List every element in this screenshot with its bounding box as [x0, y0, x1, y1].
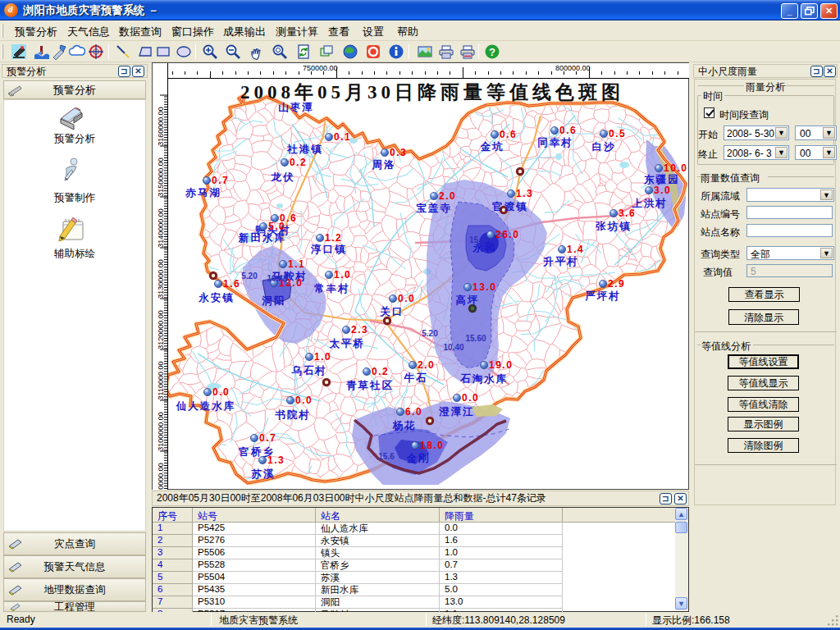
- svg-text:18.0: 18.0: [420, 440, 444, 451]
- svg-text:5.20: 5.20: [241, 272, 258, 281]
- svg-text:3160000.00: 3160000.00: [157, 107, 165, 146]
- svg-text:0.0: 0.0: [212, 386, 230, 398]
- svg-text:白沙: 白沙: [592, 141, 616, 153]
- svg-text:0.2: 0.2: [290, 157, 307, 168]
- svg-text:淳口镇: 淳口镇: [310, 244, 347, 255]
- svg-text:东疆园: 东疆园: [643, 174, 680, 185]
- svg-text:3110000.00: 3110000.00: [157, 362, 165, 400]
- svg-text:官渡镇: 官渡镇: [491, 201, 528, 212]
- svg-text:金坑: 金坑: [480, 141, 504, 153]
- svg-text:0.2: 0.2: [372, 366, 389, 377]
- svg-text:3150000.00: 3150000.00: [157, 158, 165, 197]
- svg-text:0.6: 0.6: [559, 125, 577, 136]
- svg-text:26.0: 26.0: [495, 229, 519, 240]
- svg-text:0.7: 0.7: [212, 175, 229, 186]
- svg-text:1.0: 1.0: [334, 269, 351, 281]
- svg-text:0.6: 0.6: [500, 129, 517, 140]
- svg-text:同幸村: 同幸村: [537, 137, 573, 148]
- svg-text:3100000.00: 3100000.00: [157, 412, 165, 451]
- svg-text:0.3: 0.3: [390, 147, 407, 158]
- svg-text:19.0: 19.0: [489, 359, 513, 371]
- svg-text:宝盖寺: 宝盖寺: [416, 202, 452, 214]
- svg-text:赤马湖: 赤马湖: [185, 187, 221, 199]
- svg-text:2.0: 2.0: [439, 190, 456, 202]
- svg-text:仙人造水库: 仙人造水库: [176, 400, 236, 412]
- svg-text:1.1: 1.1: [288, 258, 305, 270]
- svg-text:牛石: 牛石: [404, 372, 428, 384]
- svg-text:15.6: 15.6: [378, 452, 395, 461]
- svg-text:书院村: 书院村: [274, 409, 311, 421]
- svg-text:洞阳: 洞阳: [262, 295, 286, 307]
- svg-text:1.2: 1.2: [325, 232, 342, 244]
- svg-text:金刚: 金刚: [406, 453, 431, 464]
- svg-text:10.40: 10.40: [443, 343, 463, 352]
- svg-text:社港镇: 社港镇: [286, 144, 323, 155]
- svg-text:太平桥: 太平桥: [328, 338, 365, 349]
- svg-text:5.0: 5.0: [268, 221, 285, 232]
- svg-text:石淘水库: 石淘水库: [459, 373, 508, 385]
- svg-text:?: ?: [489, 46, 495, 58]
- svg-text:山枣潭: 山枣潭: [278, 102, 314, 113]
- svg-text:1.3: 1.3: [516, 188, 533, 199]
- svg-text:周洛: 周洛: [372, 159, 396, 171]
- svg-text:关口: 关口: [380, 305, 404, 317]
- svg-text:5.20: 5.20: [422, 329, 438, 338]
- svg-text:澄潭江: 澄潭江: [438, 406, 475, 418]
- svg-text:1.0: 1.0: [314, 351, 331, 363]
- svg-text:0.0: 0.0: [398, 293, 415, 304]
- svg-text:2.9: 2.9: [608, 278, 625, 290]
- svg-text:0.1: 0.1: [334, 131, 351, 143]
- svg-text:龙伏: 龙伏: [271, 171, 295, 183]
- svg-text:常丰村: 常丰村: [313, 283, 350, 294]
- svg-text:永安镇: 永安镇: [198, 292, 235, 304]
- svg-text:10.0: 10.0: [664, 162, 687, 174]
- svg-text:2.3: 2.3: [351, 324, 368, 336]
- svg-text:乌石村: 乌石村: [291, 365, 327, 377]
- svg-text:0.0: 0.0: [462, 392, 479, 404]
- svg-text:13.0: 13.0: [472, 281, 496, 293]
- svg-text:严坪村: 严坪村: [584, 290, 621, 302]
- svg-text:15.: 15.: [469, 235, 481, 244]
- svg-text:新田水库: 新田水库: [238, 232, 286, 244]
- svg-text:1.6: 1.6: [223, 278, 240, 290]
- svg-text:3090000.00: 3090000.00: [157, 463, 165, 490]
- svg-text:2008年05月30日降雨量等值线色斑图: 2008年05月30日降雨量等值线色斑图: [240, 82, 624, 103]
- svg-text:0.7: 0.7: [259, 432, 276, 444]
- svg-text:0.0: 0.0: [295, 395, 313, 406]
- svg-text:高坪: 高坪: [456, 294, 480, 306]
- svg-text:3120000.00: 3120000.00: [157, 310, 165, 349]
- svg-text:15.60: 15.60: [465, 334, 486, 343]
- svg-text:张坊镇: 张坊镇: [595, 221, 632, 232]
- svg-text:3.0: 3.0: [654, 185, 671, 196]
- svg-text:1.3: 1.3: [267, 454, 285, 466]
- svg-text:3140000.00: 3140000.00: [157, 208, 165, 248]
- svg-text:2.0: 2.0: [418, 359, 435, 371]
- svg-text:升平村: 升平村: [542, 256, 579, 267]
- svg-text:6.0: 6.0: [405, 406, 422, 418]
- svg-text:3130000.00: 3130000.00: [157, 259, 165, 299]
- svg-text:青草社区: 青草社区: [346, 380, 394, 391]
- svg-text:1.4: 1.4: [567, 244, 584, 255]
- svg-text:3.6: 3.6: [619, 208, 636, 219]
- svg-text:10.40: 10.40: [267, 274, 287, 283]
- svg-text:上洪村: 上洪村: [632, 198, 668, 209]
- svg-text:杨花: 杨花: [392, 420, 417, 431]
- svg-text:0.5: 0.5: [609, 128, 626, 139]
- svg-text:苏溪: 苏溪: [251, 468, 276, 480]
